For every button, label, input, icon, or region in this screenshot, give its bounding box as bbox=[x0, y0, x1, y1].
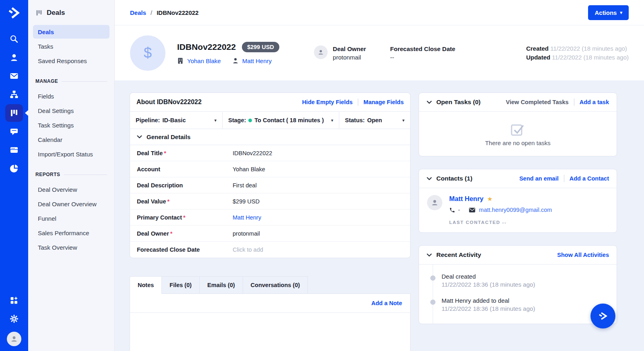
forecast-label: Forecasted Close Date bbox=[390, 45, 455, 52]
field-row-deal-title: Deal Title* IDBNov222022 bbox=[130, 145, 410, 161]
breadcrumb-deals-link[interactable]: Deals bbox=[130, 9, 146, 16]
updated-value: 11/22/2022 (18 minutes ago) bbox=[552, 54, 629, 61]
tab-files[interactable]: Files (0) bbox=[162, 276, 200, 294]
show-all-activities-link[interactable]: Show All Activities bbox=[557, 252, 609, 258]
sidebar-item-saved-responses[interactable]: Saved Responses bbox=[33, 54, 109, 68]
deal-owner-block: Deal Owner protonmail bbox=[314, 45, 366, 61]
status-dropdown[interactable]: Status: Open ▾ bbox=[339, 112, 410, 129]
chevron-down-icon bbox=[137, 135, 142, 139]
activity-text: Matt Henry added to deal bbox=[442, 297, 609, 304]
pipeline-dropdown[interactable]: Pipeline: ID-Basic ▾ bbox=[130, 112, 223, 129]
phone-icon bbox=[449, 207, 455, 213]
manage-fields-link[interactable]: Manage Fields bbox=[363, 99, 404, 105]
checkbox-check-icon bbox=[510, 122, 526, 137]
site-icon[interactable] bbox=[5, 141, 23, 159]
sidebar-item-funnel[interactable]: Funnel bbox=[33, 211, 109, 225]
open-tasks-toggle[interactable]: Open Tasks (0) bbox=[427, 99, 481, 106]
last-contacted: LAST CONTACTED -- bbox=[449, 220, 552, 225]
field-value[interactable]: IDBNov222022 bbox=[233, 150, 272, 156]
no-open-tasks-text: There are no open tasks bbox=[485, 140, 551, 146]
contacts-card: Contacts (1) Send an email Add a Contact bbox=[419, 169, 617, 233]
notes-panel: Add a Note bbox=[130, 294, 411, 351]
sidebar-item-deal-settings[interactable]: Deal Settings bbox=[33, 104, 109, 117]
activity-item: Deal created 11/22/2022 18:36 (18 minute… bbox=[419, 273, 609, 288]
sidebar-item-task-settings[interactable]: Task Settings bbox=[33, 118, 109, 132]
owner-avatar bbox=[314, 45, 328, 59]
add-note-link[interactable]: Add a Note bbox=[371, 300, 402, 306]
tab-emails[interactable]: Emails (0) bbox=[200, 276, 243, 294]
general-details-title: General Details bbox=[147, 133, 190, 140]
email-icon bbox=[469, 207, 475, 213]
sidebar-item-calendar[interactable]: Calendar bbox=[33, 133, 109, 146]
account-link[interactable]: Yohan Blake bbox=[177, 57, 221, 64]
campaigns-icon[interactable] bbox=[5, 67, 23, 85]
sidebar-item-deals[interactable]: Deals bbox=[33, 25, 109, 39]
field-row-deal-value: Deal Value* $299 USD bbox=[130, 193, 410, 209]
general-details-toggle[interactable]: General Details bbox=[130, 129, 410, 145]
about-title: About IDBNov222022 bbox=[136, 99, 202, 106]
user-avatar[interactable] bbox=[7, 332, 21, 346]
tab-conversations[interactable]: Conversations (0) bbox=[243, 276, 308, 294]
sidebar-item-import-export[interactable]: Import/Export Status bbox=[33, 147, 109, 161]
sidebar-item-fields[interactable]: Fields bbox=[33, 89, 109, 103]
view-completed-tasks-link[interactable]: View Completed Tasks bbox=[506, 99, 569, 105]
timeline-dot bbox=[430, 300, 436, 305]
search-icon[interactable] bbox=[5, 30, 23, 48]
settings-gear-icon[interactable] bbox=[5, 310, 23, 328]
field-value-link[interactable]: Matt Henry bbox=[233, 214, 261, 221]
actions-button[interactable]: Actions ▾ bbox=[588, 5, 629, 20]
breadcrumb-bar: Deals / IDBNov222022 Actions ▾ bbox=[115, 0, 644, 25]
contact-phone-value: - bbox=[458, 207, 460, 213]
brand-logo-icon[interactable] bbox=[7, 6, 21, 21]
contacts-toggle[interactable]: Contacts (1) bbox=[427, 175, 473, 182]
field-value[interactable]: protonmail bbox=[233, 230, 260, 237]
star-icon: ★ bbox=[487, 195, 492, 203]
contact-avatar bbox=[427, 195, 442, 210]
send-email-link[interactable]: Send an email bbox=[519, 175, 559, 182]
sidebar-item-task-overview[interactable]: Task Overview bbox=[33, 240, 109, 254]
chevron-down-icon bbox=[427, 101, 432, 104]
deals-kanban-icon bbox=[35, 9, 43, 16]
field-value[interactable]: First deal bbox=[233, 182, 257, 189]
deal-title-block: IDBNov222022 $299 USD Yohan Blake Matt H… bbox=[177, 42, 279, 64]
field-value[interactable]: Yohan Blake bbox=[233, 166, 265, 172]
field-row-forecasted-close-date: Forecasted Close Date Click to add bbox=[130, 242, 410, 258]
field-row-primary-contact: Primary Contact* Matt Henry bbox=[130, 209, 410, 226]
field-value-placeholder[interactable]: Click to add bbox=[233, 246, 263, 253]
add-contact-link[interactable]: Add a Contact bbox=[570, 175, 609, 182]
field-label: Account bbox=[137, 166, 233, 172]
primary-contact-link[interactable]: Matt Henry bbox=[232, 57, 272, 64]
rail-bottom-group bbox=[5, 291, 23, 351]
hide-empty-fields-link[interactable]: Hide Empty Fields bbox=[302, 99, 353, 105]
sidebar-item-tasks[interactable]: Tasks bbox=[33, 39, 109, 53]
contact-name-link[interactable]: Matt Henry bbox=[449, 195, 483, 203]
deals-sidebar: Deals Deals Tasks Saved Responses MANAGE… bbox=[28, 0, 115, 351]
reports-icon[interactable] bbox=[5, 160, 23, 177]
automations-icon[interactable] bbox=[5, 86, 23, 103]
stage-value: To Contact ( 18 minutes ) bbox=[254, 117, 324, 123]
sidebar-item-deal-overview[interactable]: Deal Overview bbox=[33, 183, 109, 196]
sidebar-item-deal-owner-overview[interactable]: Deal Owner Overview bbox=[33, 197, 109, 211]
required-asterisk: * bbox=[183, 214, 186, 221]
apps-icon[interactable] bbox=[5, 291, 23, 309]
stage-dropdown[interactable]: Stage: To Contact ( 18 minutes ) ▾ bbox=[223, 112, 339, 129]
deals-icon[interactable] bbox=[5, 104, 23, 122]
conversations-icon[interactable] bbox=[5, 123, 23, 140]
field-row-account: Account Yohan Blake bbox=[130, 161, 410, 177]
add-task-link[interactable]: Add a task bbox=[580, 99, 609, 105]
contacts-icon[interactable] bbox=[5, 49, 23, 66]
chat-widget-button[interactable] bbox=[590, 304, 615, 328]
tab-notes[interactable]: Notes bbox=[130, 276, 162, 294]
deal-owner-value: protonmail bbox=[333, 54, 366, 61]
recent-activity-toggle[interactable]: Recent Activity bbox=[427, 251, 481, 259]
pipeline-label: Pipeline: bbox=[136, 117, 160, 123]
status-label: Status: bbox=[345, 117, 365, 123]
building-icon bbox=[177, 57, 184, 64]
chevron-down-icon: ▾ bbox=[620, 10, 622, 15]
deal-owner-label: Deal Owner bbox=[333, 45, 366, 52]
sidebar-item-sales-performance[interactable]: Sales Performance bbox=[33, 226, 109, 240]
required-asterisk: * bbox=[167, 198, 170, 205]
left-column: About IDBNov222022 Hide Empty Fields Man… bbox=[130, 92, 411, 351]
contact-email-link[interactable]: matt.henry0099@gmail.com bbox=[479, 207, 552, 213]
field-value[interactable]: $299 USD bbox=[233, 198, 260, 205]
